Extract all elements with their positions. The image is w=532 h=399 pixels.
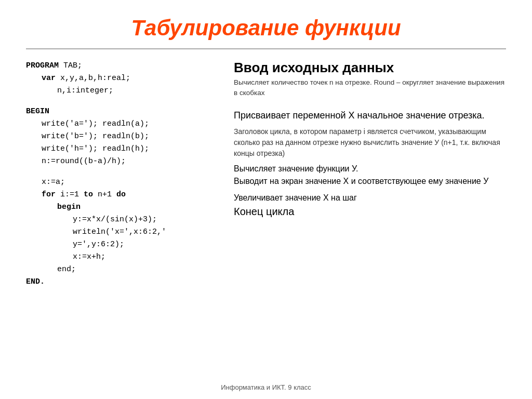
slide: Табулирование функции PROGRAM TAB; var x… bbox=[0, 0, 532, 399]
code-line-2: var x,y,a,b,h:real; bbox=[26, 72, 218, 85]
code-line-3: n,i:integer; bbox=[26, 85, 218, 97]
code-line-xh: x:=x+h; bbox=[26, 251, 218, 263]
annotation-6: Увеличивает значение X на шаг bbox=[234, 193, 506, 203]
code-line-writeb: write('b='); readln(b); bbox=[26, 130, 218, 143]
code-line-y: y:=x*x/(sin(x)+3); bbox=[26, 214, 218, 226]
ann1-body: Вычисляет количество точек n на отрезке.… bbox=[234, 77, 506, 99]
annotation-5: Выводит на экран значение X и соответств… bbox=[234, 177, 506, 186]
ann3-body: Заголовок цикла, в котором параметр i яв… bbox=[234, 126, 506, 159]
code-line-writeh: write('h='); readln(h); bbox=[26, 143, 218, 155]
code-line-begin2: begin bbox=[26, 201, 218, 214]
ann1-heading: Ввод исходных данных bbox=[234, 60, 506, 76]
annotation-1: Ввод исходных данных Вычисляет количеств… bbox=[234, 60, 506, 99]
code-line-1: PROGRAM TAB; bbox=[26, 60, 218, 72]
annotation-2: Присваивает переменной X начальное значе… bbox=[234, 110, 506, 121]
footer: Информатика и ИКТ. 9 класс bbox=[0, 383, 532, 391]
ann6-heading: Увеличивает значение X на шаг bbox=[234, 193, 506, 203]
divider bbox=[26, 48, 506, 49]
annotations: Ввод исходных данных Вычисляет количеств… bbox=[234, 60, 506, 288]
code-line-for: for i:=1 to n+1 do bbox=[26, 189, 218, 201]
code-line-end: END. bbox=[26, 276, 218, 288]
annotation-7: Конец цикла bbox=[234, 206, 506, 218]
ann5-heading: Выводит на экран значение X и соответств… bbox=[234, 177, 506, 186]
code-line-xa: x:=a; bbox=[26, 176, 218, 189]
code-block: PROGRAM TAB; var x,y,a,b,h:real; n,i:int… bbox=[26, 60, 218, 288]
ann4-heading: Вычисляет значение функции У. bbox=[234, 164, 506, 174]
annotation-3: Заголовок цикла, в котором параметр i яв… bbox=[234, 126, 506, 159]
code-line-writeln: writeln('x=',x:6:2,' y=',y:6:2); bbox=[26, 226, 218, 251]
annotation-4: Вычисляет значение функции У. bbox=[234, 164, 506, 174]
code-line-round: n:=round((b-a)/h); bbox=[26, 155, 218, 168]
ann7-heading: Конец цикла bbox=[234, 206, 506, 218]
code-line-begin: BEGIN bbox=[26, 105, 218, 118]
content-area: PROGRAM TAB; var x,y,a,b,h:real; n,i:int… bbox=[26, 60, 506, 288]
ann2-heading: Присваивает переменной X начальное значе… bbox=[234, 110, 506, 121]
code-line-writea: write('a='); readln(a); bbox=[26, 118, 218, 130]
code-line-end2: end; bbox=[26, 263, 218, 276]
slide-title: Табулирование функции bbox=[26, 16, 506, 41]
